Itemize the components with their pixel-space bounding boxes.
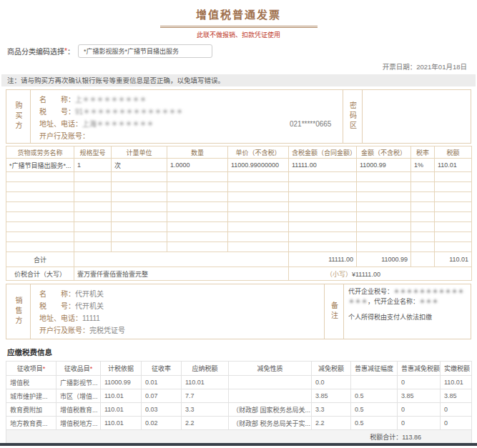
empty-cell xyxy=(411,212,435,222)
empty-cell xyxy=(167,242,228,252)
total-rate-spacer xyxy=(411,252,435,267)
empty-cell xyxy=(167,232,228,242)
empty-cell xyxy=(435,232,472,242)
seller-address-row: 地址、电话：11111 xyxy=(39,312,315,324)
tax-cell: 0 xyxy=(398,376,441,389)
column-header-goods: 货物或劳务名称 xyxy=(6,146,74,159)
empty-cell xyxy=(6,172,74,182)
empty-cell xyxy=(289,212,357,222)
buyer-bank-label: 开户行及账号： xyxy=(39,132,89,140)
empty-cell xyxy=(74,212,112,222)
page-title: 增值税普通发票 xyxy=(0,0,477,21)
items-header-row: 货物或劳务名称 规格型号 计量单位 数量 单价（不含税） 含税金额（合同金额） … xyxy=(6,146,472,159)
tax-cell: 110.01 xyxy=(101,417,142,430)
empty-cell xyxy=(6,192,74,202)
empty-cell xyxy=(357,172,411,182)
empty-cell xyxy=(435,202,472,212)
empty-cell xyxy=(74,242,112,252)
tax-row-vat: 增值税 广播影视节... 11000.99 0.01 110.01 0.0 0 … xyxy=(6,376,472,389)
tax-cell: 3.3 xyxy=(182,403,229,417)
item-cell-spec: 1 xyxy=(74,159,112,172)
tax-table: 征收项目* 征收品目* 计税依据 征收率 应纳税额 减免性质 减免税额 普惠减征… xyxy=(6,361,472,444)
item-row[interactable]: *广播节目播出服务*... 1 次 1.0000 11000.99000000 … xyxy=(6,159,472,172)
tax-column-header-category: 征收品目* xyxy=(56,362,101,376)
seller-taxno-label: 税 号： xyxy=(39,302,75,310)
empty-cell xyxy=(74,182,112,192)
empty-cell xyxy=(289,232,357,242)
empty-item-row xyxy=(6,192,472,202)
tax-total-value: 113.86 xyxy=(402,434,421,441)
tax-cell xyxy=(229,376,312,389)
seller-name-label: 名 称： xyxy=(39,290,75,298)
tax-cell: 广播影视节... xyxy=(56,376,101,389)
seller-bank-value: 完税凭证号 xyxy=(89,327,125,334)
empty-cell xyxy=(357,222,411,232)
seller-name-value: 代开机关 xyxy=(75,290,104,298)
tax-required-mark: * xyxy=(90,365,93,372)
buyer-taxno-value: 91＊＊＊＊＊＊＊＊＊＊＊＊＊＊ xyxy=(75,108,183,116)
empty-cell xyxy=(228,232,289,242)
tax-total-label: 税额合计： xyxy=(370,434,402,441)
seller-bank-label: 开户行及账号： xyxy=(39,327,89,334)
empty-cell xyxy=(167,212,228,222)
empty-cell xyxy=(74,172,112,182)
amount-small-label: （小写） xyxy=(326,271,352,278)
empty-cell xyxy=(357,242,411,252)
amount-small-value: ¥11111.00 xyxy=(352,271,380,278)
category-label: 商品分类编码选择 xyxy=(7,46,64,56)
empty-cell xyxy=(411,232,435,242)
tax-cell: 110.01 xyxy=(182,376,229,389)
empty-item-row xyxy=(6,222,472,232)
tax-cell: 0.0 xyxy=(312,376,351,389)
tax-header-text: 征收项目 xyxy=(17,365,43,372)
tax-cell: 0 xyxy=(441,403,472,417)
empty-item-row xyxy=(6,202,472,212)
buyer-phone-value: 021*****0665 xyxy=(290,118,331,130)
empty-item-row xyxy=(6,182,472,192)
tax-section-heading: 应缴税费信息 xyxy=(7,347,477,357)
remark-name-prefix: ，代开企业名称： xyxy=(368,298,419,305)
seller-taxno-row: 税 号：代开机关 xyxy=(39,300,315,312)
remark-label: 备注 xyxy=(329,302,340,322)
item-cell-unit-price: 11000.99000000 xyxy=(228,159,289,172)
remark-tax-prefix: 代开企业税号： xyxy=(348,288,393,295)
tax-cell xyxy=(351,376,398,389)
buyer-name-value: 上＊＊＊＊＊＊＊＊＊ xyxy=(75,96,147,104)
category-input[interactable] xyxy=(78,44,212,58)
remark-spacer xyxy=(348,307,466,313)
empty-cell xyxy=(112,172,167,182)
item-cell-tax-rate: 1% xyxy=(411,159,435,172)
tax-cell: 0.01 xyxy=(142,376,182,389)
tax-column-header-relief-amount: 减免税额 xyxy=(312,362,351,376)
total-label: 合计 xyxy=(6,252,74,267)
empty-cell xyxy=(289,242,357,252)
amount-in-words-row: 价税合计（大写） 壹万壹仟壹佰壹拾壹元整 （小写）¥11111.00 xyxy=(6,267,472,281)
empty-item-row xyxy=(6,242,472,252)
remark-line2: 个人所得税由支付人依法扣缴 xyxy=(348,313,466,323)
column-header-tax: 税额 xyxy=(435,146,472,159)
empty-cell xyxy=(112,192,167,202)
tax-cell: 市区（增值... xyxy=(56,389,101,403)
empty-cell xyxy=(74,222,112,232)
seller-address-value: 11111 xyxy=(82,314,100,322)
buyer-block: 购买方 名 称：上＊＊＊＊＊＊＊＊＊ 税 号：91＊＊＊＊＊＊＊＊＊＊＊＊＊＊ … xyxy=(6,89,471,144)
buyer-side-text: 购买方 xyxy=(13,101,24,131)
empty-cell xyxy=(411,242,435,252)
empty-cell xyxy=(411,202,435,212)
empty-cell xyxy=(228,192,289,202)
empty-cell xyxy=(228,222,289,232)
seller-address-label: 地址、电话： xyxy=(39,314,82,322)
category-colon: ： xyxy=(67,46,74,56)
tax-cell: 7.7 xyxy=(182,389,229,403)
seller-bank-row: 开户行及账号：完税凭证号 xyxy=(39,324,315,337)
category-row: 商品分类编码选择*： xyxy=(7,44,477,58)
seller-taxno-value: 代开机关 xyxy=(75,302,104,310)
tax-cell: 0.5 xyxy=(351,417,398,430)
empty-cell xyxy=(228,202,289,212)
column-header-amount: 金额（不含税） xyxy=(357,146,411,159)
tax-cell: 城市维护建... xyxy=(6,389,56,403)
empty-cell xyxy=(289,182,357,192)
empty-cell xyxy=(357,232,411,242)
tax-cell: 0 xyxy=(398,403,441,417)
tax-cell: 0 xyxy=(441,417,472,430)
